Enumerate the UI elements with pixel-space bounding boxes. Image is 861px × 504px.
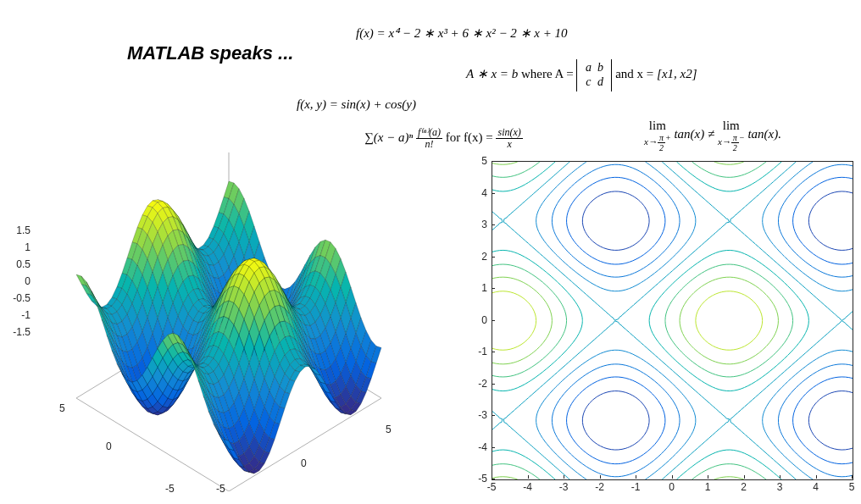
svg-line-2224	[565, 263, 568, 266]
svg-line-1161	[633, 458, 636, 460]
svg-line-3011	[662, 162, 665, 164]
svg-line-3878	[543, 298, 546, 302]
svg-line-1179	[580, 448, 583, 450]
svg-line-2761	[580, 289, 582, 291]
svg-line-2519	[496, 415, 497, 416]
svg-line-3804	[532, 352, 534, 353]
svg-line-2948	[755, 197, 756, 197]
svg-line-3351	[714, 253, 716, 254]
svg-line-2081	[673, 384, 674, 385]
svg-line-3114	[521, 385, 525, 386]
svg-line-1126	[622, 192, 625, 193]
surface-plot[interactable]: 1.510.50-0.5-1-1.550-5-505	[0, 85, 449, 491]
svg-line-2875	[492, 229, 494, 230]
svg-line-1163	[819, 457, 819, 458]
svg-line-4052	[748, 297, 750, 299]
svg-line-2691	[611, 324, 613, 324]
svg-line-1195	[803, 443, 804, 445]
svg-line-986	[639, 400, 640, 401]
svg-line-2479	[713, 432, 716, 435]
svg-line-3845	[550, 327, 551, 330]
svg-line-2584	[687, 383, 688, 384]
contour-axes	[492, 161, 853, 480]
svg-line-3320	[694, 263, 697, 265]
svg-line-2472	[521, 436, 523, 438]
svg-line-1726	[831, 275, 834, 276]
svg-line-2416	[784, 469, 785, 470]
svg-line-1491	[604, 475, 608, 476]
svg-line-1895	[817, 171, 819, 172]
svg-line-2469	[749, 438, 752, 440]
svg-line-2587	[547, 379, 550, 381]
svg-line-2108	[577, 367, 579, 368]
svg-line-3264	[568, 293, 570, 296]
svg-line-1654	[651, 378, 654, 380]
svg-line-2208	[651, 274, 654, 276]
svg-line-2120	[809, 362, 812, 363]
svg-line-2975	[684, 181, 687, 184]
svg-line-1196	[572, 438, 575, 441]
svg-line-3621	[786, 302, 787, 303]
svg-line-3513	[745, 373, 748, 374]
svg-line-3026	[777, 475, 778, 476]
svg-line-1844	[669, 197, 672, 200]
svg-line-3825	[691, 345, 692, 346]
svg-line-3315	[766, 267, 769, 269]
y-tick: 1	[470, 282, 487, 294]
svg-line-3858	[552, 314, 553, 318]
svg-line-1279	[597, 381, 597, 382]
svg-line-1366	[655, 241, 658, 245]
svg-line-1326	[633, 260, 634, 261]
svg-line-3403	[753, 182, 756, 184]
svg-line-1943	[654, 470, 658, 473]
svg-line-2311	[765, 208, 766, 209]
svg-line-1577	[676, 432, 678, 435]
svg-line-1107	[597, 197, 597, 197]
svg-line-1367	[800, 241, 802, 244]
svg-line-2612	[564, 365, 565, 366]
svg-line-3131	[697, 379, 701, 381]
svg-line-1530	[651, 461, 654, 463]
svg-line-3940	[496, 164, 499, 165]
svg-line-1911	[630, 167, 633, 169]
svg-line-2913	[510, 213, 512, 214]
svg-line-1027	[625, 247, 629, 248]
svg-line-2429	[544, 457, 546, 459]
svg-line-1618	[559, 398, 561, 401]
svg-line-3379	[511, 190, 514, 191]
svg-line-3398	[525, 182, 528, 184]
svg-line-2639	[803, 352, 806, 355]
svg-line-942	[642, 436, 643, 439]
svg-line-1244	[658, 401, 660, 403]
svg-line-2993	[673, 171, 676, 174]
svg-line-3024	[683, 474, 684, 474]
svg-line-2147	[608, 351, 611, 352]
svg-line-1067	[647, 229, 648, 230]
svg-line-3918	[708, 280, 712, 282]
svg-line-2721	[625, 311, 626, 312]
svg-line-2911	[496, 215, 497, 216]
svg-line-2093	[665, 377, 666, 378]
svg-line-2791	[562, 273, 564, 275]
svg-line-1889	[586, 173, 590, 174]
svg-line-2098	[658, 372, 661, 374]
svg-line-2230	[562, 260, 564, 263]
svg-line-2407	[669, 470, 673, 473]
svg-line-3676	[525, 270, 528, 272]
svg-line-1380	[662, 232, 664, 235]
svg-line-2067	[553, 390, 553, 390]
svg-line-1429	[803, 194, 806, 197]
svg-line-1134	[849, 192, 853, 193]
svg-line-3824	[689, 343, 691, 345]
svg-line-1431	[580, 191, 583, 193]
svg-line-2287	[536, 225, 537, 229]
svg-line-1437	[584, 189, 586, 191]
svg-line-2154	[831, 351, 835, 352]
svg-line-2777	[799, 283, 803, 285]
contour-plot[interactable]: 543210-1-2-3-4-5-5-4-3-2-1012345	[470, 161, 852, 500]
svg-line-3503	[734, 376, 737, 377]
svg-line-1000	[630, 394, 633, 396]
svg-line-2815	[547, 260, 550, 263]
svg-line-3384	[716, 189, 719, 190]
svg-line-3837	[547, 334, 549, 337]
